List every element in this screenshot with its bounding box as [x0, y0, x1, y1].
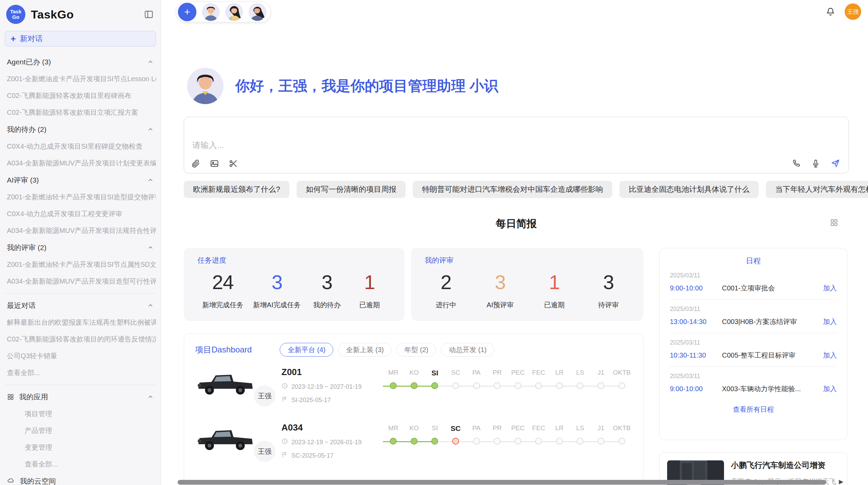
project-row[interactable]: 王强Z0012023-12-19 ~ 2027-01-19SI-2025-05-… [184, 360, 643, 415]
milestone-dot[interactable] [598, 382, 604, 389]
sidebar-task-item[interactable]: A034-全新新能源MUV产品开发项目计划变更表编写 [5, 155, 156, 172]
sidebar-group-header[interactable]: Agent已办 (3) [5, 53, 156, 71]
voice-call-icon[interactable] [792, 159, 801, 168]
microphone-icon[interactable] [811, 159, 820, 168]
sidebar-task-item[interactable]: C02-飞腾新能源轻客改款项目立项汇报方案 [5, 104, 156, 121]
milestone-dot[interactable] [452, 438, 459, 445]
app-item[interactable]: 产品管理 [5, 422, 156, 439]
join-meeting-link[interactable]: 加入 [823, 384, 837, 394]
chevron-up-icon[interactable] [147, 394, 154, 400]
milestone-dot[interactable] [411, 382, 418, 389]
milestone-dot[interactable] [473, 438, 480, 445]
milestone-dot[interactable] [431, 382, 438, 389]
chat-composer[interactable]: 请输入... [184, 117, 849, 173]
project-dates-text: 2023-12-19 ~ 2026-01-19 [291, 439, 362, 446]
dashboard-tab[interactable]: 动总开发 (1) [441, 343, 494, 357]
chevron-up-icon[interactable] [147, 59, 154, 65]
milestone-dot[interactable] [515, 382, 521, 389]
milestone-dot[interactable] [556, 438, 563, 445]
dashboard-tab[interactable]: 年型 (2) [396, 343, 436, 357]
join-meeting-link[interactable]: 加入 [823, 351, 837, 360]
milestone-dot[interactable] [618, 438, 625, 445]
chevron-up-icon[interactable] [147, 126, 154, 133]
new-chat-button[interactable]: + 新对话 [5, 31, 156, 47]
agent-avatar-3[interactable] [249, 3, 266, 21]
milestone-label: SI [432, 369, 438, 379]
milestone-dot[interactable] [577, 438, 583, 445]
milestone-dot[interactable] [577, 382, 583, 389]
milestone-label: FEC [532, 424, 545, 435]
add-agent-button[interactable]: + [178, 3, 196, 21]
image-icon[interactable] [210, 159, 219, 168]
sidebar-task-item[interactable]: A034-全新新能源MUV产品开发项目造型可行性评审 [5, 273, 156, 290]
project-image: 王强 [195, 365, 281, 415]
layout-grid-icon[interactable] [830, 218, 839, 228]
milestone-dot[interactable] [618, 382, 625, 389]
suggestion-chip[interactable]: 比亚迪全固态电池计划具体说了什么 [619, 181, 759, 198]
milestone: PR [487, 424, 508, 471]
milestone-dot[interactable] [473, 382, 480, 389]
agent-avatar-1[interactable] [202, 3, 220, 21]
project-row[interactable]: 王强A0342023-12-19 ~ 2026-01-19SC-2025-05-… [184, 415, 643, 471]
suggestion-chip[interactable]: 欧洲新规最近颁布了什么? [184, 181, 289, 198]
sidebar-group-header[interactable]: 最近对话 [5, 297, 156, 314]
sidebar-group-header[interactable]: 我的评审 (2) [5, 239, 156, 256]
notification-bell-icon[interactable] [826, 7, 835, 17]
suggestion-chip[interactable]: 如何写一份清晰的项目周报 [297, 181, 406, 198]
app-window: Task Go TaskGo + 新对话 Agent已办 (3)Z001-全新燃… [0, 0, 868, 485]
sidebar-group-header[interactable]: 我的应用 [5, 388, 156, 406]
agent-avatar-2[interactable] [225, 3, 243, 21]
milestone-dot[interactable] [390, 438, 397, 445]
view-all-apps-link[interactable]: 查看全部... [5, 456, 156, 473]
milestone-dot[interactable] [515, 438, 521, 445]
sidebar-task-item[interactable]: C0X4-动力总成开发项目SI里程碑提交物检查 [5, 138, 156, 155]
view-all-chats-link[interactable]: 查看全部... [5, 364, 156, 381]
sidebar-task-item[interactable]: C0X4-动力总成开发项目工程变更评审 [5, 206, 156, 222]
horizontal-scrollbar[interactable] [178, 480, 826, 485]
app-item[interactable]: 变更管理 [5, 439, 156, 456]
main-area: + [161, 0, 868, 485]
suggestion-chip[interactable]: 当下年轻人对汽车外观有怎样的喜好趋势 [766, 181, 868, 198]
milestone-dot[interactable] [431, 438, 438, 445]
user-avatar[interactable]: 王强 [845, 3, 861, 20]
join-meeting-link[interactable]: 加入 [823, 317, 837, 326]
chevron-up-icon[interactable] [147, 244, 154, 251]
milestone-dot[interactable] [598, 438, 604, 445]
scissors-icon[interactable] [229, 159, 238, 168]
milestone: PR [487, 369, 508, 415]
milestone-dot[interactable] [494, 438, 501, 445]
join-meeting-link[interactable]: 加入 [823, 284, 837, 293]
suggestion-chip[interactable]: 特朗普可能对进口汽车增税会对中国车企造成哪些影响 [413, 181, 612, 198]
milestone-dot[interactable] [390, 382, 397, 389]
milestone-dot[interactable] [556, 382, 563, 389]
recent-chat-item[interactable]: 解释最新出台的欧盟报废车法规再生塑料比例被调至15%... [5, 314, 156, 331]
sidebar-group-header[interactable]: AI评审 (3) [5, 172, 156, 189]
chevron-up-icon[interactable] [147, 302, 154, 309]
recent-chat-item[interactable]: C02-飞腾新能源轻客改款项目的闭环通告反馈情况 [5, 331, 156, 348]
milestone-dot[interactable] [535, 438, 542, 445]
sidebar-task-item[interactable]: Z001-全新燃油皮卡产品开发项目SI节点Lesson Learn报告 [5, 71, 156, 87]
sidebar-task-item[interactable]: A034-全新新能源MUV产品开发项目法规符合性评审 [5, 222, 156, 239]
milestone-dot[interactable] [494, 382, 501, 389]
sidebar-collapse-icon[interactable] [143, 9, 155, 20]
sidebar-task-item[interactable]: C02-飞腾新能源轻客改款项目里程碑画布 [5, 87, 156, 104]
event-date: 2025/03/11 [670, 373, 837, 380]
send-icon[interactable] [831, 159, 840, 168]
dashboard-tab[interactable]: 全新上装 (3) [338, 343, 391, 357]
sidebar-task-item[interactable]: Z001-全新燃油轻卡产品开发项目SI造型提交物评审 [5, 189, 156, 206]
chevron-up-icon[interactable] [147, 177, 154, 184]
milestone-dot[interactable] [411, 438, 418, 445]
sidebar-link-cloud[interactable]: 我的云空间 [5, 473, 156, 485]
stat-label: 新增完成任务 [202, 300, 243, 310]
recent-chat-item[interactable]: 公司Q3轻卡销量 [5, 348, 156, 364]
attachment-icon[interactable] [191, 159, 200, 168]
view-all-schedule-link[interactable]: 查看所有日程 [669, 400, 837, 419]
sidebar-group-header[interactable]: 我的待办 (2) [5, 121, 156, 138]
stat-card-title: 我的评审 [425, 256, 630, 265]
milestone-dot[interactable] [535, 382, 542, 389]
app-item[interactable]: 项目管理 [5, 406, 156, 422]
scroll-right-arrow[interactable]: ▶ [839, 478, 843, 485]
milestone-dot[interactable] [452, 382, 459, 389]
sidebar-task-item[interactable]: Z001-全新燃油轻卡产品开发项目SI节点属性5D文件评审 [5, 256, 156, 273]
dashboard-tab[interactable]: 全新平台 (4) [280, 343, 333, 357]
